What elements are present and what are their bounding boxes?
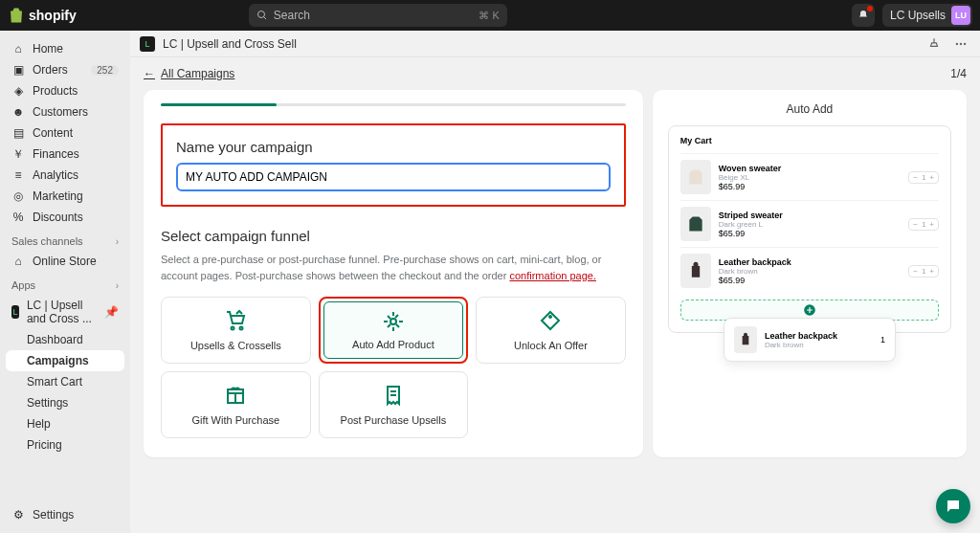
- gear-icon: ⚙: [11, 508, 25, 522]
- nav-sub-campaigns[interactable]: Campaigns: [6, 350, 124, 371]
- plus-icon[interactable]: +: [929, 267, 934, 276]
- svg-point-3: [960, 42, 962, 44]
- cart-item: Leather backpack Dark brown $65.99 −1+: [680, 247, 939, 294]
- qty-stepper[interactable]: −1+: [908, 171, 939, 184]
- item-variant: Beige XL: [719, 173, 901, 182]
- nav-marketing[interactable]: ◎Marketing: [6, 186, 124, 207]
- popup-item-name: Leather backpack: [765, 331, 837, 341]
- app-header-icon: L: [140, 36, 155, 52]
- dots-icon: [954, 37, 968, 51]
- scroll-area[interactable]: ← All Campaigns 1/4 Name your campaign: [130, 57, 980, 533]
- campaign-name-input[interactable]: [176, 163, 611, 191]
- nav-sub-settings[interactable]: Settings: [6, 392, 124, 413]
- notifications-button[interactable]: [852, 4, 875, 27]
- item-variant: Dark brown: [719, 267, 901, 276]
- page-title: LC | Upsell and Cross Sell: [163, 37, 297, 51]
- nav-sub-pricing[interactable]: Pricing: [6, 434, 124, 455]
- preview-card: Auto Add My Cart Woven sweater Beige XL …: [653, 90, 967, 457]
- item-price: $65.99: [719, 276, 901, 285]
- store-icon: ⌂: [11, 255, 25, 268]
- topbar: shopify Search ⌘ K LC Upsells LU: [0, 0, 980, 31]
- back-link[interactable]: ← All Campaigns: [144, 67, 234, 80]
- add-circle-icon: [803, 303, 816, 317]
- sweater-icon: [686, 166, 705, 189]
- customers-icon: ☻: [11, 105, 25, 119]
- nav-sub-help[interactable]: Help: [6, 413, 124, 434]
- logo-text: shopify: [29, 8, 77, 23]
- nav-customers[interactable]: ☻Customers: [6, 101, 124, 122]
- item-name: Leather backpack: [719, 257, 901, 267]
- tile-post-purchase[interactable]: Post Purchase Upsells: [319, 371, 469, 438]
- breadcrumb-row: ← All Campaigns 1/4: [144, 67, 967, 80]
- gear-plus-icon: [382, 310, 405, 333]
- cart-item: Woven sweater Beige XL $65.99 −1+: [680, 153, 939, 200]
- chat-fab[interactable]: [936, 489, 970, 523]
- chevron-right-icon: ›: [116, 236, 119, 247]
- nav-app-lc-upsell[interactable]: LLC | Upsell and Cross ...📌: [6, 295, 124, 329]
- auto-add-popup: Leather backpack Dark brown 1: [724, 318, 896, 362]
- user-menu[interactable]: LC Upsells LU: [882, 4, 972, 27]
- notification-dot: [867, 6, 873, 11]
- tile-upsells[interactable]: Upsells & Crossells: [161, 297, 311, 364]
- orders-badge: 252: [91, 65, 119, 76]
- campaign-config-card: Name your campaign Select campaign funne…: [144, 90, 643, 457]
- sales-channels-section[interactable]: Sales channels›: [6, 228, 124, 251]
- minus-icon[interactable]: −: [913, 220, 918, 229]
- gift-icon: [224, 384, 247, 407]
- search-input[interactable]: Search ⌘ K: [249, 4, 507, 27]
- plus-icon[interactable]: +: [929, 220, 934, 229]
- svg-point-8: [549, 316, 551, 318]
- page-header: L LC | Upsell and Cross Sell: [130, 31, 980, 57]
- topbar-right: LC Upsells LU: [852, 4, 972, 27]
- more-button[interactable]: [951, 34, 970, 54]
- cart-title: My Cart: [680, 136, 939, 145]
- nav-discounts[interactable]: %Discounts: [6, 207, 124, 228]
- item-variant: Dark green L: [719, 220, 901, 229]
- backpack-icon: [686, 259, 705, 282]
- nav-sub-dashboard[interactable]: Dashboard: [6, 329, 124, 350]
- apps-section[interactable]: Apps›: [6, 272, 124, 295]
- cart-icon: [224, 309, 247, 332]
- nav-content[interactable]: ▤Content: [6, 122, 124, 144]
- progress-fill: [161, 103, 277, 106]
- nav-online-store[interactable]: ⌂Online Store: [6, 251, 124, 272]
- minus-icon[interactable]: −: [913, 173, 918, 182]
- nav-products[interactable]: ◈Products: [6, 80, 124, 101]
- nav-settings-footer[interactable]: ⚙Settings: [6, 504, 124, 525]
- sidebar: ⌂Home ▣Orders252 ◈Products ☻Customers ▤C…: [0, 31, 130, 533]
- product-thumb: [680, 254, 711, 288]
- qty-stepper[interactable]: −1+: [908, 218, 939, 231]
- pin-icon[interactable]: 📌: [104, 305, 119, 319]
- svg-line-1: [263, 17, 266, 20]
- name-label: Name your campaign: [176, 139, 611, 155]
- tile-unlock[interactable]: Unlock An Offer: [476, 297, 626, 364]
- pin-button[interactable]: [924, 34, 944, 54]
- step-counter: 1/4: [950, 67, 967, 80]
- item-name: Striped sweater: [719, 211, 901, 220]
- user-label: LC Upsells: [890, 9, 946, 22]
- svg-point-6: [240, 327, 243, 330]
- minus-icon[interactable]: −: [913, 267, 918, 276]
- svg-point-7: [390, 319, 396, 324]
- app-icon: L: [11, 305, 19, 319]
- nav-home[interactable]: ⌂Home: [6, 38, 124, 59]
- shopify-logo[interactable]: shopify: [8, 7, 77, 24]
- nav-orders[interactable]: ▣Orders252: [6, 59, 124, 80]
- popup-qty: 1: [880, 335, 885, 344]
- tile-gift[interactable]: Gift With Purchase: [161, 371, 311, 438]
- plus-icon[interactable]: +: [929, 173, 934, 182]
- bell-icon: [858, 10, 869, 21]
- product-thumb: [734, 326, 757, 353]
- tile-auto-add[interactable]: Auto Add Product: [319, 297, 469, 364]
- nav-analytics[interactable]: ≡Analytics: [6, 165, 124, 186]
- item-price: $65.99: [719, 182, 901, 191]
- search-icon: [256, 10, 268, 21]
- svg-point-5: [232, 327, 234, 330]
- svg-point-2: [956, 42, 958, 44]
- arrow-left-icon: ←: [144, 67, 155, 80]
- nav-finances[interactable]: ￥Finances: [6, 144, 124, 165]
- confirmation-page-link[interactable]: confirmation page.: [509, 270, 596, 281]
- nav-sub-smart-cart[interactable]: Smart Cart: [6, 371, 124, 392]
- name-section-highlight: Name your campaign: [161, 123, 626, 207]
- qty-stepper[interactable]: −1+: [908, 265, 939, 278]
